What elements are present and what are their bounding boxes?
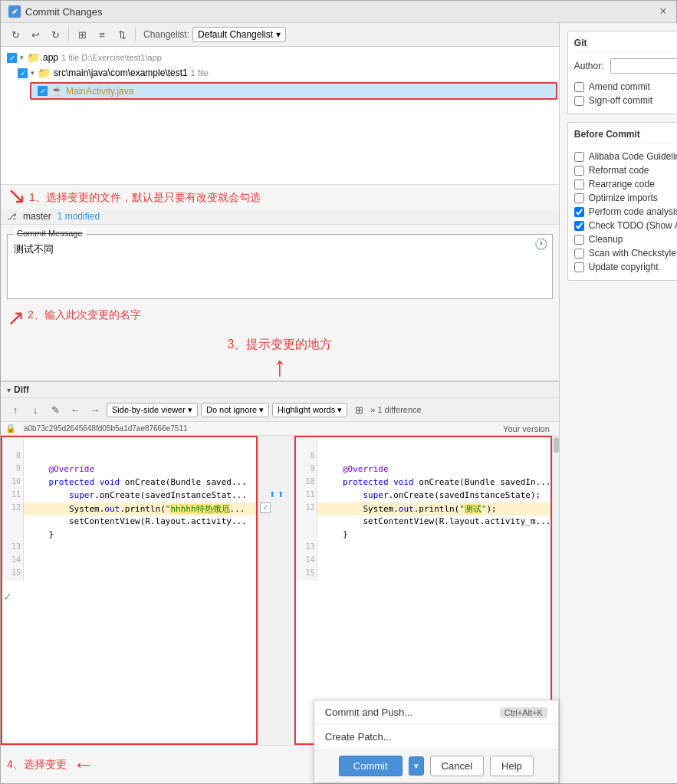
todo-checkbox[interactable]: [574, 221, 584, 231]
diff-viewer-dropdown[interactable]: Side-by-side viewer ▾: [107, 403, 198, 417]
line-code-r-sc: setContentView(R.layout.activity_m...: [317, 516, 551, 529]
copyright-row: Update copyright: [574, 260, 677, 274]
tree-item-app[interactable]: ✓ ▾ 📁 app 1 file D:\Exercise\test1\app: [1, 50, 559, 65]
line-code-r-br: }: [317, 529, 550, 542]
line-code-r-14: [317, 555, 550, 568]
diff-row-14: 14: [2, 555, 256, 568]
line-code: [24, 437, 256, 450]
close-button[interactable]: ×: [658, 6, 669, 17]
line-code-13: [24, 542, 256, 555]
diff-row-r-sc: setContentView(R.layout.activity_m...: [296, 516, 550, 529]
diff-viewer-value: Side-by-side viewer: [112, 405, 186, 414]
arrow1-icon: ↘: [7, 182, 26, 209]
diff-up-btn[interactable]: ↑: [7, 401, 24, 418]
alibaba-row: Alibaba Code Guidelines: [574, 150, 677, 163]
main-window: ✔ Commit Changes × ↻ ↩ ↻ ⊞ ≡ ⇅ Changelis…: [0, 0, 677, 784]
rearrange-checkbox[interactable]: [574, 180, 584, 189]
clock-icon[interactable]: 🕐: [534, 238, 547, 250]
alibaba-checkbox[interactable]: [574, 152, 584, 162]
perform-checkbox[interactable]: [574, 207, 584, 217]
diff-ignore-dropdown[interactable]: Do not ignore ▾: [201, 403, 269, 417]
help-button[interactable]: Help: [490, 756, 534, 776]
commit-msg-section: Commit Message 🕐 测试不同: [7, 234, 553, 299]
diff-section-title: Diff: [14, 384, 29, 395]
commit-msg-textarea[interactable]: 测试不同: [8, 235, 552, 296]
annotation1-container: ↘ 1、选择变更的文件，默认是只要有改变就会勾选: [1, 185, 559, 209]
diff-section-header[interactable]: ▾ Diff: [1, 381, 559, 398]
line-code-r-9: @Override: [317, 463, 550, 476]
sep1: [68, 28, 69, 41]
annotation1-text: 1、选择变更的文件，默认是只要有改变就会勾选: [29, 188, 261, 208]
create-patch-item[interactable]: Create Patch...: [314, 725, 558, 749]
diff-scrollbar-thumb[interactable]: [554, 437, 559, 453]
commit-push-item[interactable]: Commit and Push... Ctrl+Alt+K: [314, 700, 558, 725]
diff-row-r-9: 9 @Override: [296, 463, 550, 476]
diff-fwd-btn[interactable]: →: [87, 401, 104, 418]
diff-edit-btn[interactable]: ✎: [47, 401, 64, 418]
rearrange-label: Rearrange code: [589, 179, 655, 189]
optimize-checkbox[interactable]: [574, 193, 584, 203]
src-checkbox[interactable]: ✓: [18, 68, 28, 78]
tree-item-mainactivity[interactable]: ✓ ☕ MainActivity.java: [31, 84, 556, 98]
line-code-12: System.out.println("hhhhh特热饿厄...: [24, 502, 256, 516]
copyright-checkbox[interactable]: [574, 262, 584, 272]
redo-btn[interactable]: ↻: [47, 26, 64, 43]
commit-button[interactable]: Commit: [339, 756, 403, 776]
arrow2-icon: ↗: [7, 305, 25, 331]
diff-content-area: ✓ 8 9 @Override: [1, 436, 559, 745]
changelist-dropdown[interactable]: Default Changelist ▾: [192, 27, 286, 42]
amend-commit-checkbox[interactable]: [574, 82, 584, 92]
checkstyle-row: Scan with Checkstyle: [574, 246, 677, 260]
diff-mid-14: [258, 553, 294, 566]
diff-row-15: 15: [2, 568, 256, 581]
sort2-btn[interactable]: ⇅: [113, 26, 130, 43]
sort-btn[interactable]: ≡: [94, 26, 110, 43]
mainactivity-checkbox[interactable]: ✓: [38, 86, 48, 96]
diff-row-r-11: 11 super.onCreate(savedInstanceState);: [296, 489, 550, 502]
diff-back-btn[interactable]: ←: [67, 401, 84, 418]
diff-settings-btn[interactable]: ⊞: [350, 401, 367, 418]
diff-row-13: 13: [2, 542, 256, 555]
mainactivity-name: MainActivity.java: [66, 86, 133, 97]
alibaba-label: Alibaba Code Guidelines: [589, 151, 677, 162]
git-section-title: Git: [574, 38, 677, 52]
line-num-r-sc: [296, 516, 317, 529]
changelist-label: Changelist:: [143, 29, 189, 40]
diff-highlight-dropdown[interactable]: Highlight words ▾: [272, 403, 347, 417]
app-checkbox[interactable]: ✓: [7, 53, 17, 63]
checkstyle-checkbox[interactable]: [574, 249, 584, 259]
author-label: Author:: [574, 61, 604, 71]
commit-dropdown-btn[interactable]: ▾: [409, 756, 424, 776]
optimize-label: Optimize imports: [589, 193, 658, 203]
diff-down-btn[interactable]: ↓: [27, 401, 44, 418]
diff-row-r-14: 14: [296, 555, 550, 568]
cancel-button[interactable]: Cancel: [430, 756, 484, 776]
diff-hash: a0b73c295d2645648fd05b5a1d7ae87666e7511: [21, 423, 494, 434]
diff-row-10: 10 protected void onCreate(Bundle saved.…: [2, 476, 256, 489]
diff-row-sc: setContentView(R.layout.activity...: [2, 516, 256, 529]
diff-collapse-arrow: ▾: [7, 386, 11, 394]
refresh-btn[interactable]: ↻: [7, 26, 24, 43]
cleanup-checkbox[interactable]: [574, 235, 584, 245]
annotation4-text: 4、选择变更: [7, 758, 67, 772]
author-input[interactable]: [610, 58, 677, 74]
move-btn[interactable]: ⊞: [74, 26, 90, 43]
undo-btn[interactable]: ↩: [27, 26, 44, 43]
annotation3-container: 3、提示变更的地方 ↑: [1, 334, 559, 380]
signoff-commit-checkbox[interactable]: [574, 96, 584, 106]
reformat-checkbox[interactable]: [574, 166, 584, 176]
diff-mid-8: [258, 449, 294, 462]
line-num-14: 14: [2, 555, 24, 568]
line-num-11: 11: [2, 489, 24, 502]
cleanup-row: Cleanup: [574, 232, 677, 246]
app-arrow: ▾: [20, 54, 24, 61]
line-num-r-14: 14: [296, 555, 317, 568]
diff-highlight-value: Highlight words: [278, 405, 335, 414]
line-num-15: 15: [2, 568, 24, 581]
tree-item-src[interactable]: ✓ ▾ 📁 src\main\java\com\example\test1 1 …: [1, 65, 559, 81]
todo-label: Check TODO (Show All): [589, 220, 677, 231]
todo-row: Check TODO (Show All) Configure: [574, 219, 677, 232]
changelist-arrow: ▾: [276, 29, 281, 40]
line-code-10: protected void onCreate(Bundle saved...: [24, 476, 256, 489]
green-check: ✓: [3, 591, 12, 603]
